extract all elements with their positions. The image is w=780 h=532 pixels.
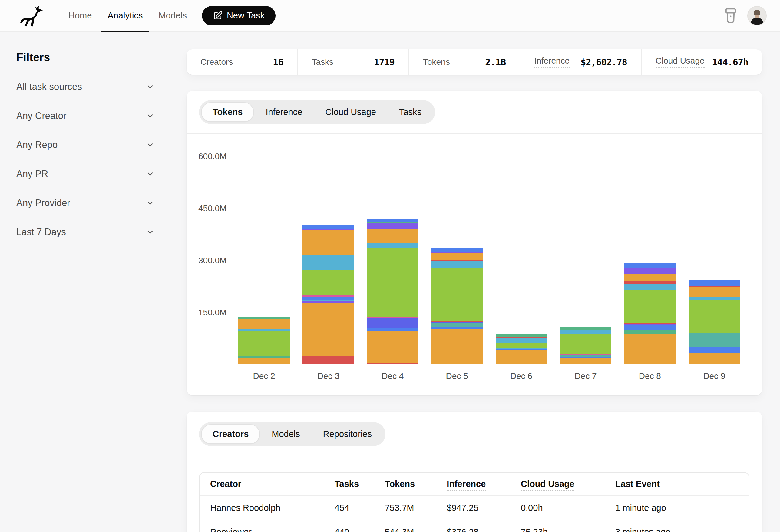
bar-dec-5[interactable]: [431, 248, 483, 364]
bar-segment-seateal: [689, 333, 740, 347]
col-header-label: Inference: [447, 479, 486, 491]
bar-dec-9[interactable]: [689, 280, 740, 364]
bar-segment-orange: [302, 230, 354, 254]
bar-dec-8[interactable]: [624, 263, 676, 364]
filter-any-creator[interactable]: Any Creator: [16, 110, 154, 121]
new-task-button[interactable]: New Task: [202, 6, 276, 25]
bar-segment-seateal: [431, 323, 483, 326]
bar-segment-purple: [624, 268, 676, 274]
bar-segment-orange: [560, 358, 611, 364]
cell-last-event: 3 minutes ago: [615, 520, 749, 532]
bar-segment-lime: [624, 290, 676, 323]
bar-segment-blue: [302, 225, 354, 228]
chevron-down-icon: [146, 141, 154, 149]
bars-row: [238, 134, 740, 364]
bar-segment-teal: [496, 334, 547, 336]
table-header-row: CreatorTasksTokensInferenceCloud UsageLa…: [200, 473, 749, 496]
sidebar-filters: Filters All task sourcesAny CreatorAny R…: [0, 33, 172, 532]
col-header-tokens: Tokens: [385, 473, 447, 496]
bar-segment-blue: [624, 325, 676, 330]
bar-segment-lime: [689, 301, 740, 332]
table-row-0[interactable]: Hannes Roodolph454753.7M$947.250.00h1 mi…: [200, 496, 749, 520]
stat-tasks: Tasks1719: [297, 49, 408, 75]
chevron-down-icon: [146, 170, 154, 178]
bar-dec-4[interactable]: [367, 219, 419, 364]
y-tick-600: 600.0M: [187, 152, 229, 161]
bar-segment-blue: [367, 328, 419, 331]
avatar[interactable]: [747, 6, 767, 25]
cell-cloud-usage: 75.23h: [521, 520, 615, 532]
col-header-cloud-usage[interactable]: Cloud Usage: [521, 473, 615, 496]
bar-segment-red: [302, 356, 354, 364]
stat-label-inference[interactable]: Inference: [534, 56, 570, 68]
bar-segment-lime: [431, 268, 483, 321]
chart-tab-inference[interactable]: Inference: [254, 102, 314, 122]
table-row-1[interactable]: Rooviewer440544.3M$376.2875.23h3 minutes…: [200, 520, 749, 532]
nav-link-analytics[interactable]: Analytics: [100, 0, 150, 32]
x-label-dec-3: Dec 3: [302, 371, 354, 381]
col-header-label: Cloud Usage: [521, 479, 574, 491]
flashlight-icon[interactable]: [724, 7, 738, 24]
stat-label-tasks: Tasks: [311, 57, 333, 67]
nav-right: [724, 6, 767, 25]
y-tick-300: 300.0M: [187, 256, 229, 265]
cell-tasks: 454: [335, 496, 385, 520]
filter-any-provider[interactable]: Any Provider: [16, 198, 154, 209]
bar-segment-sky: [302, 255, 354, 271]
breakdown-tab-repositories[interactable]: Repositories: [311, 424, 383, 444]
breakdown-tab-models[interactable]: Models: [260, 424, 311, 444]
filter-label: Any Repo: [16, 140, 57, 150]
bar-segment-blue: [367, 219, 419, 222]
bar-segment-orange: [431, 253, 483, 260]
bar-dec-7[interactable]: [560, 326, 611, 364]
kangaroo-logo-icon[interactable]: [19, 5, 45, 27]
cell-inference: $376.28: [447, 520, 521, 532]
bar-segment-orange: [689, 353, 740, 364]
bar-segment-seateal: [560, 355, 611, 357]
bar-segment-sky: [624, 284, 676, 290]
bar-segment-blue: [689, 280, 740, 285]
x-label-dec-9: Dec 9: [689, 371, 740, 381]
filter-any-pr[interactable]: Any PR: [16, 169, 154, 179]
filter-all-task-sources[interactable]: All task sources: [16, 82, 154, 92]
filters-title: Filters: [16, 51, 154, 64]
bar-segment-orange: [624, 334, 676, 364]
col-header-last-event: Last Event: [615, 473, 749, 496]
bar-segment-blue: [431, 326, 483, 329]
nav-link-home[interactable]: Home: [60, 0, 100, 32]
filter-last-7-days[interactable]: Last 7 Days: [16, 227, 154, 237]
chart-tab-tokens[interactable]: Tokens: [201, 102, 254, 122]
bar-dec-2[interactable]: [238, 317, 290, 364]
chart-tab-tasks[interactable]: Tasks: [388, 102, 433, 122]
creators-table-container: CreatorTasksTokensInferenceCloud UsageLa…: [199, 472, 749, 532]
x-label-dec-2: Dec 2: [238, 371, 290, 381]
x-label-dec-5: Dec 5: [431, 371, 483, 381]
bar-segment-teal: [560, 326, 611, 329]
stat-inference: Inference$2,602.78: [520, 49, 641, 75]
x-axis-labels: Dec 2Dec 3Dec 4Dec 5Dec 6Dec 7Dec 8Dec 9: [238, 371, 740, 381]
filter-label: Any Provider: [16, 198, 70, 209]
chart-tab-cloud-usage[interactable]: Cloud Usage: [314, 102, 388, 122]
cell-tasks: 440: [335, 520, 385, 532]
cell-tokens: 753.7M: [385, 496, 447, 520]
stat-value-inference: $2,602.78: [580, 57, 627, 67]
x-label-dec-4: Dec 4: [367, 371, 419, 381]
bar-dec-6[interactable]: [496, 334, 547, 364]
bar-segment-orange: [302, 303, 354, 356]
breakdown-tab-creators[interactable]: Creators: [201, 424, 260, 444]
bar-segment-lime: [496, 343, 547, 348]
bar-dec-3[interactable]: [302, 225, 354, 364]
tokens-chart-plot: Dec 2Dec 3Dec 4Dec 5Dec 6Dec 7Dec 8Dec 9…: [187, 134, 762, 395]
filter-any-repo[interactable]: Any Repo: [16, 140, 154, 150]
nav-links: HomeAnalyticsModels: [60, 0, 195, 32]
col-header-label: Tokens: [385, 479, 415, 489]
stat-label-cloud-usage[interactable]: Cloud Usage: [655, 56, 704, 68]
cell-cloud-usage: 0.00h: [521, 496, 615, 520]
col-header-inference[interactable]: Inference: [447, 473, 521, 496]
stat-value-tasks: 1719: [374, 57, 395, 67]
nav-link-models[interactable]: Models: [150, 0, 195, 32]
stat-label-creators: Creators: [200, 57, 233, 67]
breakdown-card: CreatorsModelsRepositories CreatorTasksT…: [187, 412, 762, 532]
x-label-dec-6: Dec 6: [496, 371, 547, 381]
bar-segment-sky: [689, 297, 740, 301]
